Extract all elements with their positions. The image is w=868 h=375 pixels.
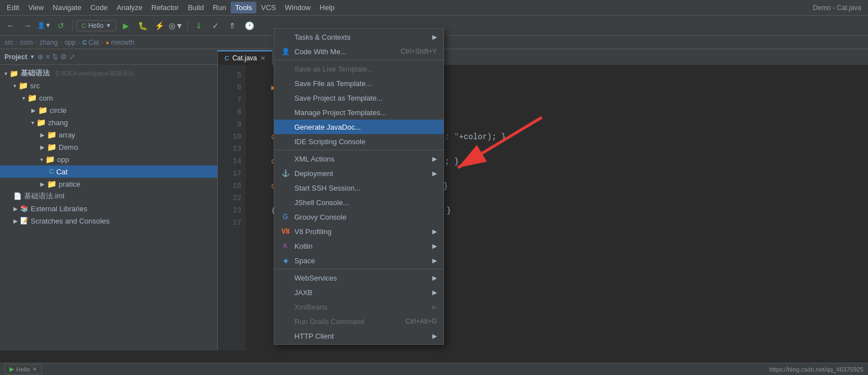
blank-icon	[281, 108, 290, 117]
tree-com[interactable]: ▾ 📁 com	[0, 92, 217, 104]
menu-webservices[interactable]: WebServices ▶	[274, 270, 443, 285]
chevron-icon: ▾	[22, 95, 25, 101]
run-button[interactable]: ▶	[118, 18, 133, 33]
back-button[interactable]: ←	[3, 18, 18, 33]
folder-icon: 📁	[47, 179, 56, 188]
menu-jaxb[interactable]: JAXB ▶	[274, 285, 443, 300]
blank-icon	[281, 79, 290, 88]
menu-groovy-console[interactable]: G Groovy Console	[274, 210, 443, 224]
meowth-icon: ●	[106, 39, 109, 46]
menu-analyze[interactable]: Analyze	[112, 2, 147, 13]
tree-cat-label: Cat	[56, 168, 68, 176]
folder-icon: 📁	[36, 118, 46, 127]
breadcrumb-com[interactable]: com	[20, 39, 33, 46]
profile-button[interactable]: ◎▼	[169, 18, 183, 33]
collapse-all-icon[interactable]: ≡	[46, 53, 50, 61]
vcs-push-button[interactable]: ⇑	[225, 18, 240, 33]
iml-icon: 📄	[13, 192, 22, 200]
menu-generate-javadoc[interactable]: Generate JavaDoc...	[274, 120, 443, 134]
chevron-icon: ▾	[13, 83, 16, 89]
settings-icon[interactable]: ⚙	[60, 53, 67, 61]
menu-code[interactable]: Code	[86, 2, 112, 13]
menu-xmlbeans: XmlBeans ▶	[274, 300, 443, 314]
folder-icon: 📁	[47, 130, 56, 139]
locate-icon[interactable]: ⊕	[37, 53, 44, 61]
breadcrumb-cat[interactable]: C Cat	[82, 39, 99, 46]
menu-edit[interactable]: Edit	[2, 2, 23, 13]
menu-kotlin[interactable]: K Kotlin ▶	[274, 239, 443, 253]
tree-cat[interactable]: C Cat	[0, 165, 217, 178]
submenu-arrow: ▶	[432, 34, 437, 41]
tree-zhang[interactable]: ▾ 📁 zhang	[0, 116, 217, 129]
status-close-icon[interactable]: ✕	[32, 366, 37, 372]
menu-xml-actions[interactable]: XML Actions ▶	[274, 151, 443, 166]
menu-vcs[interactable]: VCS	[256, 2, 280, 13]
forward-button[interactable]: →	[20, 18, 35, 33]
project-dropdown-arrow[interactable]: ▾	[31, 53, 34, 60]
tree-array[interactable]: ▶ 📁 array	[0, 129, 217, 141]
undo-button[interactable]: ↺	[54, 18, 68, 33]
submenu-arrow: ▶	[432, 257, 437, 264]
person-icon: 👤	[281, 47, 290, 56]
menu-view[interactable]: View	[23, 2, 48, 13]
menu-manage-templates[interactable]: Manage Project Templates...	[274, 105, 443, 120]
chevron-icon: ▶	[13, 218, 18, 224]
tree-iml[interactable]: 📄 基础语法.iml	[0, 190, 217, 202]
tree-demo[interactable]: ▶ 📁 Demo	[0, 141, 217, 153]
menu-http-client[interactable]: HTTP Client ▶	[274, 329, 443, 343]
submenu-arrow: ▶	[432, 155, 437, 163]
tree-external-libs[interactable]: ▶ 📚 External Libraries	[0, 202, 217, 215]
expand-icon[interactable]: ⤢	[69, 53, 75, 61]
menu-code-with-me[interactable]: 👤 Code With Me... Ctrl+Shift+Y	[274, 44, 443, 59]
breadcrumb-meowth[interactable]: ● meowth	[106, 39, 135, 46]
coverage-button[interactable]: ⚡	[152, 18, 166, 33]
tree-circle[interactable]: ▶ 📁 circle	[0, 104, 217, 116]
menu-jshell-console[interactable]: JShell Console...	[274, 195, 443, 210]
menu-v8-profiling[interactable]: V8 V8 Profiling ▶	[274, 224, 443, 239]
tree-src-label: src	[30, 82, 40, 90]
menu-tasks-contexts[interactable]: Tasks & Contexts ▶	[274, 30, 443, 44]
chevron-icon: ▾	[4, 70, 7, 77]
menu-navigate[interactable]: Navigate	[48, 2, 85, 13]
tree-pratice[interactable]: ▶ 📁 pratice	[0, 178, 217, 190]
tab-close-icon[interactable]: ✕	[260, 55, 265, 62]
menu-save-project-template[interactable]: Save Project as Template...	[274, 91, 443, 105]
menu-refactor[interactable]: Refactor	[147, 2, 183, 13]
sort-icon[interactable]: ⇅	[52, 53, 58, 61]
separator-1	[72, 20, 73, 31]
menu-save-file-template[interactable]: Save File as Template...	[274, 76, 443, 91]
recent-files-button[interactable]: 👤▼	[37, 18, 51, 33]
v8-icon: V8	[281, 227, 290, 236]
menu-build[interactable]: Build	[183, 2, 208, 13]
vcs-history-button[interactable]: 🕐	[242, 18, 256, 33]
tree-root[interactable]: ▾ 📁 基础语法 E:\IDEA workspace\基础语法	[0, 67, 217, 79]
menu-space[interactable]: ◈ Space ▶	[274, 253, 443, 268]
dropdown-menu: Tasks & Contexts ▶ 👤 Code With Me... Ctr…	[274, 28, 444, 345]
menu-tools[interactable]: Tools	[231, 2, 256, 13]
tree-src[interactable]: ▾ 📁 src	[0, 79, 217, 92]
tree-com-label: com	[39, 94, 53, 102]
vcs-update-button[interactable]: ⇓	[192, 18, 206, 33]
breadcrumb-zhang[interactable]: zhang	[40, 39, 58, 46]
menu-run[interactable]: Run	[208, 2, 231, 13]
vcs-commit-button[interactable]: ✓	[208, 18, 223, 33]
folder-icon: 📁	[18, 81, 28, 90]
tab-cat-java[interactable]: C Cat.java ✕	[218, 50, 273, 65]
debug-button[interactable]: 🐛	[135, 18, 150, 33]
breadcrumb-src[interactable]: src	[4, 39, 13, 46]
status-hello[interactable]: ▶ Hello ✕	[4, 364, 42, 374]
menu-window[interactable]: Window	[280, 2, 315, 13]
tree-opp[interactable]: ▾ 📁 opp	[0, 153, 217, 165]
tree-pratice-label: pratice	[59, 180, 80, 188]
menu-ssh-session[interactable]: Start SSH Session...	[274, 181, 443, 195]
menu-ide-scripting-console[interactable]: IDE Scripting Console	[274, 134, 443, 149]
breadcrumb-opp[interactable]: opp	[64, 39, 75, 46]
run-config-button[interactable]: C Hello ▼	[77, 20, 116, 31]
root-folder-icon: 📁	[9, 69, 18, 78]
menu-deployment[interactable]: ⚓ Deployment ▶	[274, 166, 443, 181]
tree-scratches[interactable]: ▶ 📝 Scratches and Consoles	[0, 215, 217, 227]
status-url: https://blog.csdn.net/qq_46375925	[769, 366, 864, 373]
submenu-arrow: ▶	[432, 289, 437, 296]
chevron-icon: ▾	[40, 156, 43, 163]
menu-help[interactable]: Help	[315, 2, 339, 13]
